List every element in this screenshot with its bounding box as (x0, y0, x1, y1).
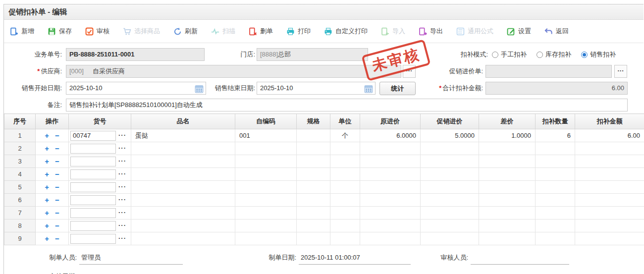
total-amount-input[interactable]: 6.00 (485, 82, 628, 95)
footer-area: 制单人员: 管理员 制单日期: 2025-10-11 01:00:07 审核人员… (4, 245, 644, 274)
radio-stock-deduct[interactable]: 库存扣补 (537, 50, 571, 59)
table-row: 6 +− ··· (4, 194, 644, 207)
save-button[interactable]: 保存 (48, 27, 72, 36)
custom-print-button[interactable]: 自定义打印 (324, 27, 368, 36)
add-row-icon[interactable]: + (42, 234, 52, 243)
maker-label: 制单人员: (4, 251, 77, 264)
refresh-icon (173, 27, 182, 36)
page-title: 促销扣补单 - 编辑 (4, 4, 644, 20)
audit-button[interactable]: 审核 (85, 27, 109, 36)
calendar-icon[interactable] (364, 84, 373, 93)
add-row-icon[interactable]: + (42, 144, 52, 153)
remove-row-icon[interactable]: − (52, 234, 62, 243)
scan-pulse-icon (211, 27, 219, 36)
toolbar: 新增 保存 审核 选择商品 刷新 扫描 删单 打印 自定义打印 导入 (4, 20, 644, 43)
radio-sales-deduct[interactable]: 销售扣补 (581, 50, 616, 59)
remove-row-icon[interactable]: − (52, 221, 62, 230)
item-no-input[interactable] (70, 208, 116, 218)
detail-grid: 序号操作 货号品名 自编码规格 单位原进价 促销进价差价 扣补数量扣补金额 1 … (4, 113, 644, 245)
new-button[interactable]: 新增 (10, 27, 34, 36)
order-no-label: 业务单号: (4, 48, 62, 61)
radio-icon (492, 52, 498, 58)
item-picker-icon[interactable]: ··· (118, 221, 126, 229)
promo-price-order-label: 促销进价单: (415, 65, 483, 78)
start-date-input[interactable]: 2025-10-10 (66, 82, 206, 95)
audit-date-label: 审核日期: (4, 270, 77, 274)
grid-header-row: 序号操作 货号品名 自编码规格 单位原进价 促销进价差价 扣补数量扣补金额 (4, 114, 644, 129)
back-button[interactable]: 返回 (544, 27, 569, 36)
remove-row-icon[interactable]: − (52, 144, 62, 153)
required-asterisk: * (439, 84, 441, 92)
start-date-label: 销售开始日期: (4, 82, 62, 95)
promo-price-order-input[interactable] (485, 65, 612, 78)
import-doc-icon (381, 27, 389, 36)
scan-button: 扫描 (211, 27, 235, 36)
item-no-input[interactable] (70, 157, 116, 166)
add-row-icon[interactable]: + (42, 157, 52, 165)
item-no-input[interactable] (70, 144, 116, 154)
diff-cell: 1.0000 (479, 129, 536, 142)
new-doc-icon (10, 27, 18, 36)
supplier-input[interactable]: [000]自采供应商 (66, 65, 401, 78)
remove-row-icon[interactable]: − (52, 170, 62, 178)
auditor-label: 审核人员: (395, 251, 468, 264)
table-row: 9 +− ··· (4, 232, 644, 245)
table-row: 5 +− ··· (4, 181, 644, 194)
store-input[interactable]: [8888]总部 (257, 48, 368, 61)
remove-row-icon[interactable]: − (52, 183, 62, 191)
export-button[interactable]: 导出 (419, 27, 443, 36)
remove-row-icon[interactable]: − (52, 131, 62, 140)
item-picker-icon[interactable]: ··· (118, 157, 126, 164)
item-no-input[interactable] (70, 195, 116, 205)
promo-price-order-picker-button[interactable]: ··· (614, 65, 627, 78)
remove-row-icon[interactable]: − (52, 196, 62, 204)
item-picker-icon[interactable]: ··· (118, 183, 126, 190)
calculator-icon (456, 27, 465, 36)
item-picker-icon[interactable]: ··· (118, 144, 126, 152)
settings-button[interactable]: 设置 (507, 27, 531, 36)
table-row: 1 +− 00747··· 蛋挞 001 个 6.0000 5.0000 1.0… (4, 129, 644, 142)
table-row: 4 +− ··· (4, 168, 644, 181)
end-date-input[interactable]: 2025-10-10 (257, 82, 376, 95)
item-no-input[interactable] (70, 234, 116, 244)
remove-row-icon[interactable]: − (52, 209, 62, 217)
item-no-input[interactable]: 00747 (70, 131, 116, 141)
item-picker-icon[interactable]: ··· (118, 131, 126, 139)
printer-icon (286, 27, 295, 36)
edit-settings-icon (507, 27, 515, 36)
radio-checked-icon (581, 52, 588, 58)
item-picker-icon[interactable]: ··· (118, 196, 126, 203)
orig-price-cell: 6.0000 (360, 129, 421, 142)
save-icon (48, 27, 56, 36)
radio-manual-deduct[interactable]: 手工扣补 (492, 50, 527, 59)
form-header-area: 业务单号: PB-8888-251011-0001 门店: [8888]总部 扣… (4, 43, 644, 113)
remove-row-icon[interactable]: − (52, 157, 62, 165)
item-no-input[interactable] (70, 169, 116, 179)
printer-icon (324, 27, 332, 36)
print-button[interactable]: 打印 (286, 27, 311, 36)
audit-date-value (79, 270, 183, 274)
item-picker-icon[interactable]: ··· (118, 234, 126, 242)
table-row: 2 +− ··· (4, 142, 644, 155)
delete-button[interactable]: 删单 (249, 27, 273, 36)
item-no-input[interactable] (70, 221, 116, 231)
add-row-icon[interactable]: + (42, 131, 52, 140)
add-row-icon[interactable]: + (42, 209, 52, 217)
edit-form-panel: 促销扣补单 - 编辑 新增 保存 审核 选择商品 刷新 扫描 删单 打印 (3, 4, 644, 274)
mode-radio-group: 手工扣补 库存扣补 销售扣补 (492, 48, 616, 61)
add-row-icon[interactable]: + (42, 183, 52, 191)
formula-button: 通用公式 (456, 27, 493, 36)
calendar-icon[interactable] (195, 84, 204, 93)
add-row-icon[interactable]: + (42, 221, 52, 230)
add-row-icon[interactable]: + (42, 170, 52, 178)
add-row-icon[interactable]: + (42, 196, 52, 204)
spec-cell (297, 129, 330, 142)
item-picker-icon[interactable]: ··· (118, 170, 126, 177)
item-picker-icon[interactable]: ··· (118, 209, 126, 216)
order-no-input[interactable]: PB-8888-251011-0001 (66, 48, 205, 61)
item-no-input[interactable] (70, 182, 116, 192)
promo-price-cell: 5.0000 (421, 129, 479, 142)
table-row: 8 +− ··· (4, 219, 644, 232)
refresh-button[interactable]: 刷新 (173, 27, 198, 36)
remark-input[interactable]: 销售扣补计划单[SP88882510100001]自动生成 (66, 99, 628, 111)
